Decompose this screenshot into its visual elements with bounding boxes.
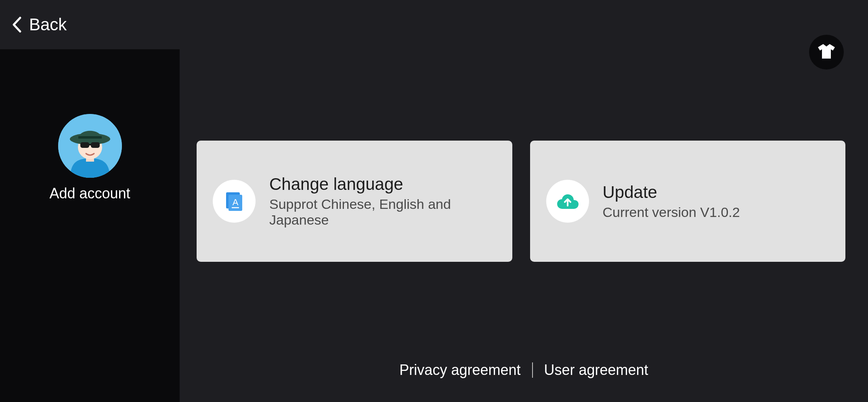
update-card-subtitle: Current version V1.0.2 xyxy=(603,204,740,220)
back-label: Back xyxy=(29,15,67,34)
cloud-upload-icon xyxy=(546,180,589,223)
language-icon: A xyxy=(213,180,256,223)
language-card-subtitle: Supprot Chinese, English and Japanese xyxy=(269,196,496,228)
change-language-card[interactable]: A Change language Supprot Chinese, Engli… xyxy=(197,141,512,262)
settings-cards: A Change language Supprot Chinese, Engli… xyxy=(180,141,868,262)
privacy-agreement-link[interactable]: Privacy agreement xyxy=(399,362,520,379)
svg-text:A: A xyxy=(233,197,239,207)
update-card[interactable]: Update Current version V1.0.2 xyxy=(530,141,846,262)
add-account-label: Add account xyxy=(49,185,130,202)
footer-links: Privacy agreement User agreement xyxy=(180,362,868,379)
svg-rect-6 xyxy=(91,142,100,148)
footer-divider xyxy=(532,362,533,378)
avatar xyxy=(58,114,122,178)
shirt-icon xyxy=(817,43,836,61)
sidebar: Back xyxy=(0,0,180,402)
user-agreement-link[interactable]: User agreement xyxy=(544,362,648,379)
theme-button[interactable] xyxy=(809,35,844,69)
back-button[interactable]: Back xyxy=(0,0,180,49)
chevron-left-icon xyxy=(11,16,22,33)
svg-rect-5 xyxy=(80,142,89,148)
svg-rect-7 xyxy=(89,144,91,145)
add-account-button[interactable]: Add account xyxy=(0,114,180,202)
svg-rect-4 xyxy=(78,136,102,139)
language-card-title: Change language xyxy=(269,175,496,194)
main-panel: A Change language Supprot Chinese, Engli… xyxy=(180,0,868,402)
update-card-title: Update xyxy=(603,183,740,202)
